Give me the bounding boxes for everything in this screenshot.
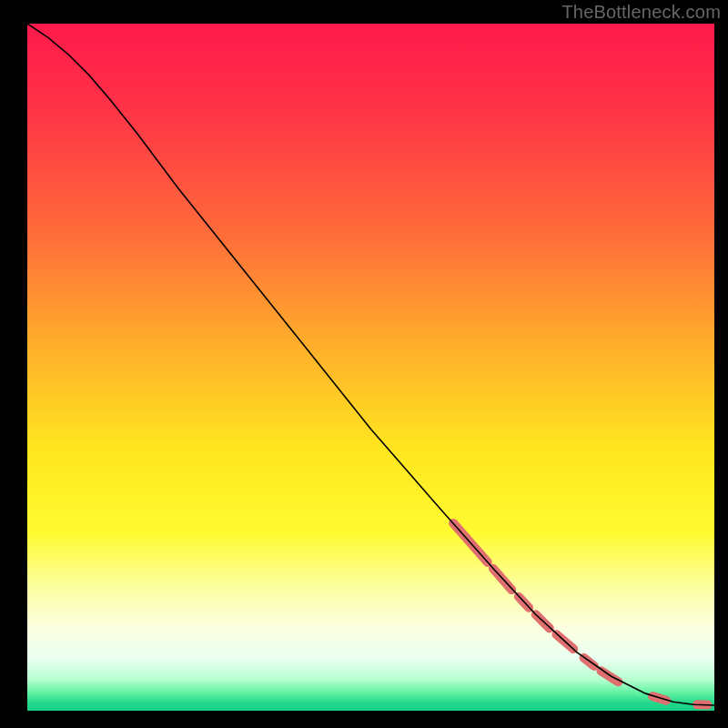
watermark-text: TheBottleneck.com — [561, 2, 721, 23]
chart-frame: TheBottleneck.com — [0, 0, 728, 728]
plot-area — [27, 24, 714, 711]
chart-svg — [27, 24, 714, 711]
gradient-background — [27, 24, 714, 711]
